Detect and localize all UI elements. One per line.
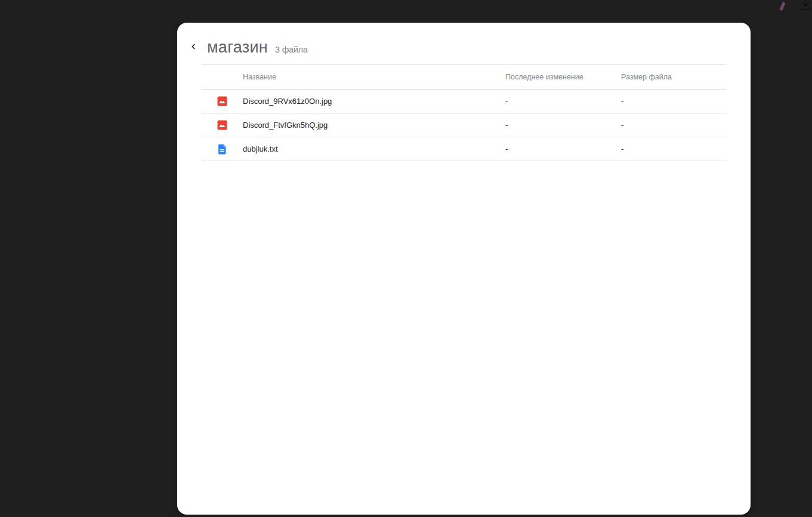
- file-panel: магазин 3 файла Название Последнее измен…: [177, 23, 751, 515]
- column-header-modified: Последнее изменение: [505, 73, 621, 81]
- table-row[interactable]: Discord_9RVx61z0On.jpg - -: [202, 90, 726, 113]
- table-header-row: Название Последнее изменение Размер файл…: [202, 64, 726, 90]
- file-size: -: [621, 97, 726, 106]
- image-file-icon: [217, 96, 227, 106]
- pen-mark: [779, 2, 785, 11]
- file-count: 3 файла: [275, 45, 308, 54]
- file-icon-cell: [202, 120, 243, 130]
- file-table: Название Последнее изменение Размер файл…: [202, 64, 726, 161]
- panel-header: магазин 3 файла: [207, 38, 724, 57]
- table-row[interactable]: Discord_FtvfGkn5hQ.jpg - -: [202, 113, 726, 137]
- file-icon-cell: [202, 144, 243, 155]
- file-size: -: [621, 121, 726, 130]
- file-icon-cell: [202, 96, 243, 106]
- download-icon[interactable]: [799, 0, 812, 13]
- file-size: -: [621, 144, 726, 153]
- chevron-left-icon: [190, 43, 197, 50]
- back-button[interactable]: [187, 40, 200, 53]
- column-header-name: Название: [243, 73, 505, 81]
- table-row[interactable]: dubjluk.txt - -: [202, 137, 726, 161]
- file-rows: Discord_9RVx61z0On.jpg - - Discord_FtvfG…: [202, 90, 726, 161]
- folder-title: магазин: [207, 38, 268, 57]
- file-name: dubjluk.txt: [243, 144, 505, 153]
- image-file-icon: [217, 120, 227, 130]
- screen: магазин 3 файла Название Последнее измен…: [0, 0, 812, 517]
- file-name: Discord_9RVx61z0On.jpg: [243, 97, 505, 106]
- file-modified: -: [505, 97, 621, 106]
- file-modified: -: [505, 144, 621, 153]
- text-file-icon: [218, 144, 227, 155]
- column-header-size: Размер файла: [621, 73, 726, 81]
- file-name: Discord_FtvfGkn5hQ.jpg: [243, 121, 505, 130]
- file-modified: -: [505, 121, 621, 130]
